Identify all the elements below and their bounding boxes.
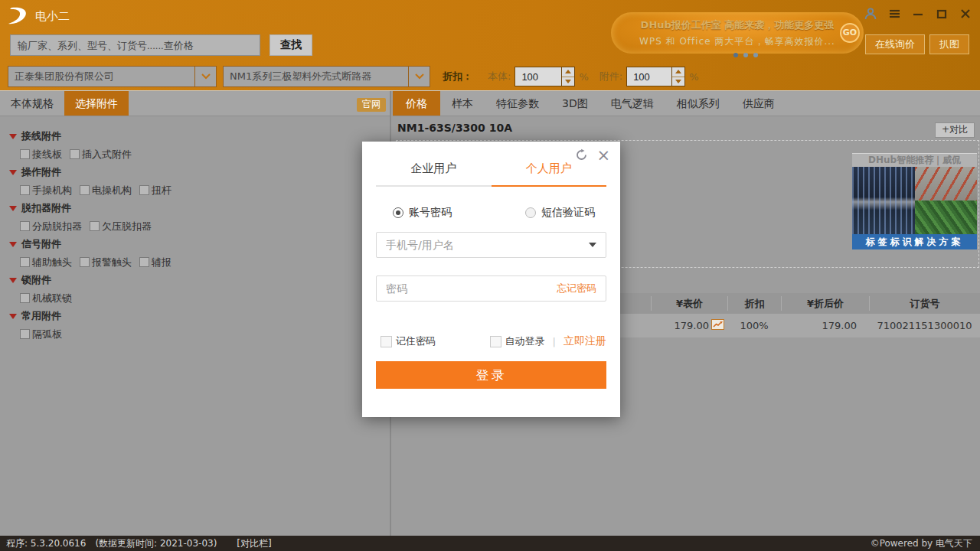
menu-icon[interactable] (887, 7, 901, 21)
online-inquiry-button[interactable]: 在线询价 (865, 34, 925, 54)
tab-3d[interactable]: 3D图 (550, 91, 599, 116)
close-icon[interactable]: × (596, 149, 610, 161)
search-input[interactable] (10, 34, 260, 56)
accessory-checkbox[interactable]: 隔弧板 (20, 328, 62, 341)
accessory-checkbox[interactable]: 电操机构 (80, 184, 132, 197)
radio-unselected-icon (525, 207, 536, 218)
group-items: 隔弧板 (0, 325, 390, 343)
accessory-discount-label: 附件: (599, 70, 622, 83)
promo-go-button[interactable]: GO (840, 23, 860, 43)
user-icon[interactable] (864, 7, 877, 21)
remember-password-checkbox[interactable]: 记住密码 (381, 334, 436, 348)
group-header-trip[interactable]: 脱扣器附件 (0, 199, 390, 217)
login-button[interactable]: 登录 (376, 361, 606, 389)
spin-up-icon[interactable] (672, 67, 684, 77)
percent-label: % (579, 71, 588, 83)
official-site-button[interactable]: 官网 (357, 98, 386, 112)
compare-tray-button[interactable]: [对比栏] (237, 537, 271, 550)
group-header-lock[interactable]: 锁附件 (0, 271, 390, 289)
chevron-down-icon[interactable] (408, 67, 430, 86)
promo-banner[interactable]: DHub报价工作室 高能来袭，功能更多更强 WPS 和 Office 两大平台，… (611, 12, 864, 54)
auto-login-checkbox[interactable]: 自动登录 (490, 334, 545, 348)
group-title: 操作附件 (21, 165, 61, 179)
maximize-button[interactable] (935, 7, 949, 21)
accessory-checkbox[interactable]: 接线板 (20, 148, 62, 161)
col-order-number: 订货号 (869, 296, 980, 311)
accessory-checkbox[interactable]: 报警触头 (80, 256, 132, 269)
checkbox-label: 欠压脱扣器 (102, 220, 152, 233)
percent-label: % (689, 71, 698, 83)
detail-tabs: 价格 样本 特征参数 3D图 电气逻辑 相似系列 供应商 (393, 91, 980, 116)
group-header-operating[interactable]: 操作附件 (0, 163, 390, 181)
accessory-checkbox[interactable]: 扭杆 (139, 184, 172, 197)
group-items: 分励脱扣器 欠压脱扣器 (0, 217, 390, 235)
tab-select-accessories[interactable]: 选择附件 (64, 91, 129, 116)
add-compare-button[interactable]: +对比 (935, 122, 975, 138)
accessory-checkbox[interactable]: 辅报 (139, 256, 172, 269)
tab-enterprise-user[interactable]: 企业用户 (376, 161, 492, 187)
radio-sms-code[interactable]: 短信验证码 (525, 206, 595, 220)
tab-similar-series[interactable]: 相似系列 (665, 91, 731, 116)
tab-sample[interactable]: 样本 (440, 91, 485, 116)
accessory-discount-input[interactable] (627, 67, 671, 86)
spin-up-icon[interactable] (562, 67, 574, 77)
tab-electrical-logic[interactable]: 电气逻辑 (599, 91, 665, 116)
search-button[interactable]: 查找 (270, 34, 312, 56)
accessory-checkbox[interactable]: 辅助触头 (20, 256, 72, 269)
group-title: 锁附件 (21, 273, 51, 287)
minimize-button[interactable] (911, 7, 925, 21)
body-discount-input[interactable] (515, 67, 561, 86)
group-title: 常用附件 (21, 309, 61, 323)
product-title: NM1-63S/3300 10A (397, 116, 512, 140)
accessory-checkbox[interactable]: 欠压脱扣器 (90, 220, 152, 233)
manufacturer-dropdown[interactable]: 正泰集团股份有限公司 (8, 66, 217, 87)
screenshot-button[interactable]: 扒图 (929, 34, 969, 54)
checkbox-label: 辅助触头 (32, 256, 72, 269)
group-header-signal[interactable]: 信号附件 (0, 235, 390, 253)
triangle-down-icon (9, 314, 17, 319)
price-trend-icon[interactable] (711, 319, 724, 332)
triangle-down-icon (9, 206, 17, 211)
group-items: 手操机构 电操机构 扭杆 (0, 181, 390, 199)
dropdown-caret-icon[interactable] (589, 243, 596, 247)
tab-personal-user[interactable]: 个人用户 (492, 161, 607, 187)
checkbox-icon (80, 185, 90, 195)
tab-supplier[interactable]: 供应商 (731, 91, 786, 116)
tab-price[interactable]: 价格 (393, 91, 440, 116)
refresh-icon[interactable] (575, 148, 588, 161)
accessory-checkbox[interactable]: 机械联锁 (20, 292, 72, 305)
accessory-checkbox[interactable]: 手操机构 (20, 184, 72, 197)
tab-body-specs[interactable]: 本体规格 (0, 91, 64, 116)
radio-selected-icon (393, 207, 403, 218)
password-input[interactable] (386, 282, 557, 295)
app-logo-icon (6, 6, 31, 26)
order-number-value: 710021151300010 (869, 320, 980, 331)
checkbox-label: 机械联锁 (32, 292, 72, 305)
chevron-down-icon[interactable] (194, 67, 216, 86)
radio-account-password[interactable]: 账号密码 (393, 206, 452, 220)
spin-down-icon[interactable] (562, 77, 574, 86)
checkbox-label: 辅报 (152, 256, 172, 269)
app-header: 电小二 DHub报价工作室 高能来袭，功能更多更强 WPS 和 Office 两… (0, 0, 980, 90)
register-link[interactable]: 立即注册 (564, 334, 606, 348)
group-items: 接线板 插入式附件 (0, 145, 390, 163)
status-bar: 程序: 5.3.20.0616 (数据更新时间: 2021-03-03) [对比… (0, 536, 980, 551)
checkbox-label: 报警触头 (92, 256, 132, 269)
checkbox-icon (20, 185, 30, 195)
col-net-price: ¥折后价 (781, 296, 869, 311)
username-input[interactable] (386, 239, 589, 251)
tab-parameters[interactable]: 特征参数 (485, 91, 550, 116)
forgot-password-link[interactable]: 忘记密码 (557, 282, 596, 295)
group-header-wiring[interactable]: 接线附件 (0, 127, 390, 145)
carousel-dots[interactable] (733, 53, 758, 57)
group-header-common[interactable]: 常用附件 (0, 307, 390, 325)
accessory-checkbox[interactable]: 插入式附件 (70, 148, 132, 161)
spin-down-icon[interactable] (672, 77, 684, 86)
accessory-checkbox[interactable]: 分励脱扣器 (20, 220, 82, 233)
recommendation-card[interactable]: DHub智能推荐｜威侃 标签标识解决方案 (852, 153, 977, 249)
app-title: 电小二 (35, 9, 70, 24)
group-title: 信号附件 (21, 237, 61, 251)
series-dropdown[interactable]: NM1系列三极塑料外壳式断路器 (223, 66, 430, 87)
close-button[interactable] (959, 7, 972, 21)
recommendation-footer: 标签标识解决方案 (852, 234, 977, 249)
